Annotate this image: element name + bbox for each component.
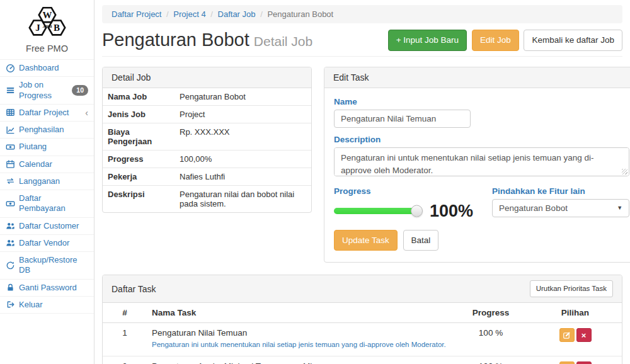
logo-letter-w: W <box>42 10 52 20</box>
sidebar-item-keluar[interactable]: Keluar <box>0 297 94 314</box>
move-to-feature-select[interactable]: Pengaturan Bobot ▼ <box>492 199 629 217</box>
money-icon <box>6 142 15 152</box>
task-progress: 100 % <box>453 323 529 356</box>
progress-label: Progress <box>334 186 473 196</box>
page-subtitle: Detail Job <box>254 34 312 48</box>
detail-label: Deskripsi <box>103 190 177 208</box>
sidebar-item-label: Keluar <box>19 300 43 310</box>
sidebar-item-daftar-vendor[interactable]: Daftar Vendor <box>0 235 94 252</box>
sidebar-item-label: Daftar Project <box>19 108 69 118</box>
sidebar-item-penghasilan[interactable]: Penghasilan <box>0 122 94 139</box>
sidebar-item-ganti-password[interactable]: Ganti Password <box>0 280 94 297</box>
sidebar-item-label: Calendar <box>19 159 52 169</box>
sidebar-item-label: Dashboard <box>19 63 59 73</box>
line-chart-icon <box>6 125 15 135</box>
sidebar-item-job-on-progress[interactable]: Job on Progress 10 <box>0 77 94 105</box>
edit-task-button[interactable] <box>559 328 575 342</box>
breadcrumb-current: Pengaturan Bobot <box>267 9 333 19</box>
page-header: Pengaturan BobotDetail Job + Input Job B… <box>102 30 622 57</box>
sidebar-item-langganan[interactable]: Langganan <box>0 173 94 190</box>
delete-task-button[interactable]: × <box>576 328 592 342</box>
column-header-no: # <box>103 303 147 323</box>
repeat-icon <box>6 176 15 186</box>
logo-letter-b: B <box>53 23 59 33</box>
sidebar-item-daftar-customer[interactable]: Daftar Customer <box>0 218 94 235</box>
daftar-task-panel: Daftar Task Urutkan Prioritas Task # Nam… <box>102 275 622 364</box>
money-icon <box>6 199 15 208</box>
calendar-icon <box>6 159 15 169</box>
progress-slider[interactable] <box>334 208 417 214</box>
edit-task-button[interactable] <box>559 361 575 364</box>
table-icon <box>6 108 15 117</box>
detail-value: Project <box>177 110 311 119</box>
refresh-icon <box>6 261 15 270</box>
breadcrumb-separator: / <box>260 9 263 19</box>
breadcrumb-link-daftar-project[interactable]: Daftar Project <box>112 9 161 19</box>
column-header-nama-task: Nama Task <box>147 303 453 323</box>
sidebar-item-calendar[interactable]: Calendar <box>0 156 94 173</box>
task-description-textarea[interactable]: Pengaturan ini untuk menentukan nilai se… <box>334 147 629 176</box>
detail-label: Progress <box>103 154 177 164</box>
input-job-baru-button[interactable]: + Input Job Baru <box>388 30 467 51</box>
edit-job-button[interactable]: Edit Job <box>472 30 519 51</box>
progress-slider-fill <box>334 208 417 214</box>
detail-row: Progress 100,00% <box>103 150 311 168</box>
sidebar-item-label: Daftar Vendor <box>19 238 69 248</box>
breadcrumb-link-project-4[interactable]: Project 4 <box>173 9 205 19</box>
progress-slider-handle[interactable] <box>411 205 423 217</box>
resize-handle-icon[interactable] <box>622 169 627 174</box>
job-count-badge: 10 <box>72 85 88 96</box>
page-title: Pengaturan BobotDetail Job <box>102 30 312 50</box>
task-name: Pengaturan Nilai Temuan <box>152 328 448 338</box>
sidebar-item-backup-restore[interactable]: Backup/Restore DB <box>0 252 94 280</box>
page-title-text: Pengaturan Bobot <box>102 30 249 50</box>
users-icon <box>6 238 15 247</box>
update-task-button[interactable]: Update Task <box>334 230 398 251</box>
dashboard-icon <box>6 64 15 73</box>
detail-row: Deskripsi Pengaturan nilai dan bobot nil… <box>103 185 311 212</box>
select-value: Pengaturan Bobot <box>499 203 568 213</box>
task-number: 2 <box>103 356 147 364</box>
detail-job-panel: Detail Job Nama Job Pengaturan Bobot Jen… <box>102 67 312 213</box>
sidebar-item-piutang[interactable]: Piutang <box>0 139 94 156</box>
sidebar: J W B .com Free PMO Dashboard Job on Pro… <box>0 0 94 364</box>
detail-job-table: Nama Job Pengaturan Bobot Jenis Job Proj… <box>103 88 311 212</box>
sidebar-item-dashboard[interactable]: Dashboard <box>0 60 94 77</box>
detail-label: Pekerja <box>103 172 177 181</box>
task-name-input[interactable] <box>334 110 471 128</box>
sidebar-item-daftar-project[interactable]: Daftar Project ‹ <box>0 105 94 122</box>
breadcrumb-separator: / <box>210 9 213 19</box>
task-description: Pengaturan ini untuk menentukan nilai se… <box>152 339 448 351</box>
move-to-feature-label: Pindahkan ke Fitur lain <box>492 186 629 196</box>
sidebar-item-label: Job on Progress <box>19 80 72 101</box>
table-row: 1 Pengaturan Nilai Temuan Pengaturan ini… <box>103 323 622 356</box>
progress-value: 100% <box>430 203 473 219</box>
brand: J W B .com Free PMO <box>0 0 94 60</box>
task-number: 1 <box>103 323 147 356</box>
table-row: 2 Pengaturan Angka Minimal Temuan per Mi… <box>103 356 622 364</box>
users-icon <box>6 221 15 230</box>
detail-value: Pengaturan nilai dan bobot nilai pada si… <box>177 190 311 208</box>
sidebar-item-daftar-pembayaran[interactable]: Daftar Pembayaran <box>0 190 94 218</box>
sidebar-item-label: Backup/Restore DB <box>19 255 88 276</box>
batal-button[interactable]: Batal <box>403 230 439 251</box>
sign-out-icon <box>6 300 15 309</box>
detail-row: Nama Job Pengaturan Bobot <box>103 88 311 105</box>
sidebar-item-label: Daftar Pembayaran <box>19 193 88 214</box>
delete-task-button[interactable]: × <box>576 361 592 364</box>
chevron-left-icon: ‹ <box>85 108 88 117</box>
detail-value: Rp. XXX.XXX <box>177 127 311 146</box>
lock-icon <box>6 283 15 292</box>
column-header-pilihan: Pilihan <box>529 303 622 323</box>
detail-label: Nama Job <box>103 92 177 101</box>
list-icon <box>6 86 15 95</box>
detail-row: Pekerja Nafies Luthfi <box>103 168 311 185</box>
header-buttons: + Input Job Baru Edit Job Kembali ke daf… <box>386 30 622 51</box>
detail-row: Biaya Pengerjaan Rp. XXX.XXX <box>103 123 311 150</box>
breadcrumb-link-daftar-job[interactable]: Daftar Job <box>218 9 256 19</box>
breadcrumb-separator: / <box>166 9 169 19</box>
sort-priority-button-top[interactable]: Urutkan Prioritas Task <box>530 280 613 297</box>
breadcrumb: Daftar Project / Project 4 / Daftar Job … <box>102 5 622 23</box>
edit-task-panel-title: Edit Task <box>324 67 630 88</box>
back-to-job-list-button[interactable]: Kembali ke daftar Job <box>524 30 622 51</box>
